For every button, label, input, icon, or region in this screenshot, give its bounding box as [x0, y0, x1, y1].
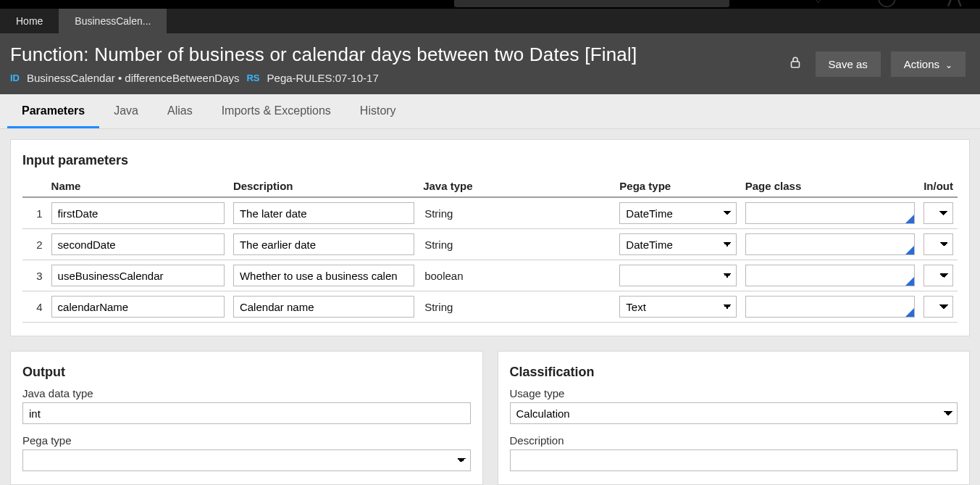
save-as-label: Save as [829, 58, 868, 70]
app-tab-bar: Home BusinessCalen... [0, 9, 980, 33]
col-java-type: Java type [419, 175, 615, 197]
tab-current-rule-label: BusinessCalen... [75, 15, 151, 27]
user-icon[interactable]: ⋀ [947, 0, 962, 7]
subtab-java[interactable]: Java [99, 94, 153, 128]
subtab-parameters-label: Parameters [22, 104, 85, 117]
param-java-type: String [423, 207, 453, 220]
output-pega-type-select[interactable] [22, 449, 471, 471]
usage-type-select[interactable]: Calculation [510, 402, 958, 424]
rule-rs-label: RS [246, 72, 259, 83]
subtab-alias[interactable]: Alias [153, 94, 207, 128]
output-heading: Output [22, 365, 471, 380]
rule-title: Function: Number of business or calendar… [10, 43, 790, 66]
param-java-type: String [423, 301, 453, 313]
search-input-remnant[interactable] [454, 0, 729, 7]
classification-desc-input[interactable] [510, 449, 958, 471]
global-topbar: ♡ ◯ ⋀ [0, 0, 980, 9]
param-pega-type-select[interactable]: Text [619, 296, 736, 318]
actions-label: Actions [904, 58, 939, 70]
param-page-class-input[interactable] [745, 233, 915, 255]
subtab-imports-label: Imports & Exceptions [222, 104, 331, 117]
param-java-type: boolean [423, 270, 463, 282]
output-java-label: Java data type [22, 387, 471, 399]
param-pega-type-select[interactable]: DateTime [619, 233, 736, 255]
param-desc-input[interactable] [233, 296, 414, 318]
table-row: 4StringText [22, 291, 958, 323]
param-page-class-input[interactable] [745, 265, 915, 286]
col-in-out: In/out [919, 175, 958, 197]
param-page-class-input[interactable] [745, 296, 915, 318]
row-index: 1 [22, 197, 47, 229]
param-name-input[interactable] [51, 233, 225, 255]
subtab-parameters[interactable]: Parameters [7, 94, 99, 128]
param-page-class-input[interactable] [745, 202, 915, 224]
param-in-out-select[interactable] [924, 265, 953, 286]
help-icon[interactable]: ◯ [877, 0, 897, 7]
col-name: Name [47, 175, 229, 197]
table-row: 2StringDateTime [22, 229, 958, 260]
chevron-down-icon: ⌄ [945, 60, 952, 70]
col-pega-type: Pega type [615, 175, 740, 197]
col-description: Description [229, 175, 419, 197]
row-index: 4 [22, 291, 47, 323]
param-name-input[interactable] [51, 202, 225, 224]
usage-type-label: Usage type [510, 387, 958, 399]
param-name-input[interactable] [51, 296, 225, 318]
subtab-history[interactable]: History [345, 94, 411, 128]
notification-icon[interactable]: ♡ [811, 0, 826, 7]
table-row: 1StringDateTime [22, 197, 958, 229]
col-page-class: Page class [741, 175, 919, 197]
table-row: 3boolean [22, 260, 958, 291]
param-pega-type-select[interactable] [619, 265, 736, 286]
classification-heading: Classification [510, 365, 958, 380]
input-parameters-heading: Input parameters [22, 153, 958, 168]
input-parameters-table: Name Description Java type Pega type Pag… [22, 175, 958, 323]
row-index: 3 [22, 260, 47, 291]
subtab-imports[interactable]: Imports & Exceptions [207, 94, 345, 128]
param-pega-type-select[interactable]: DateTime [619, 202, 736, 224]
output-pega-label: Pega type [22, 434, 471, 447]
param-in-out-select[interactable] [924, 296, 953, 318]
param-desc-input[interactable] [233, 202, 414, 224]
classification-desc-label: Description [510, 434, 958, 447]
subtab-alias-label: Alias [167, 104, 193, 117]
param-in-out-select[interactable] [924, 202, 953, 224]
rule-rs-value: Pega-RULES:07-10-17 [267, 72, 379, 84]
svg-rect-0 [791, 62, 799, 67]
tab-current-rule[interactable]: BusinessCalen... [59, 9, 167, 33]
rule-subtabs: Parameters Java Alias Imports & Exceptio… [0, 94, 980, 129]
save-as-button[interactable]: Save as [816, 51, 881, 77]
input-parameters-panel: Input parameters Name Description Java t… [10, 139, 970, 336]
lock-icon[interactable] [790, 56, 801, 72]
rule-header: Function: Number of business or calendar… [0, 33, 980, 94]
param-java-type: String [423, 239, 453, 251]
rule-id-value: BusinessCalendar • differenceBetweenDays [27, 72, 239, 84]
rule-id-label: ID [10, 72, 20, 83]
tab-home[interactable]: Home [0, 9, 59, 33]
output-java-type-input[interactable] [22, 402, 471, 424]
tab-home-label: Home [16, 15, 43, 27]
subtab-history-label: History [360, 104, 396, 117]
param-desc-input[interactable] [233, 233, 414, 255]
param-name-input[interactable] [51, 265, 225, 286]
param-desc-input[interactable] [233, 265, 414, 286]
topbar-icons: ♡ ◯ ⋀ [811, 0, 962, 7]
row-index: 2 [22, 229, 47, 260]
param-in-out-select[interactable] [924, 233, 953, 255]
classification-panel: Classification Usage type Calculation De… [498, 351, 971, 485]
subtab-java-label: Java [114, 104, 138, 117]
output-panel: Output Java data type Pega type [10, 351, 483, 485]
work-area: Input parameters Name Description Java t… [0, 129, 980, 485]
actions-button[interactable]: Actions⌄ [891, 51, 966, 77]
